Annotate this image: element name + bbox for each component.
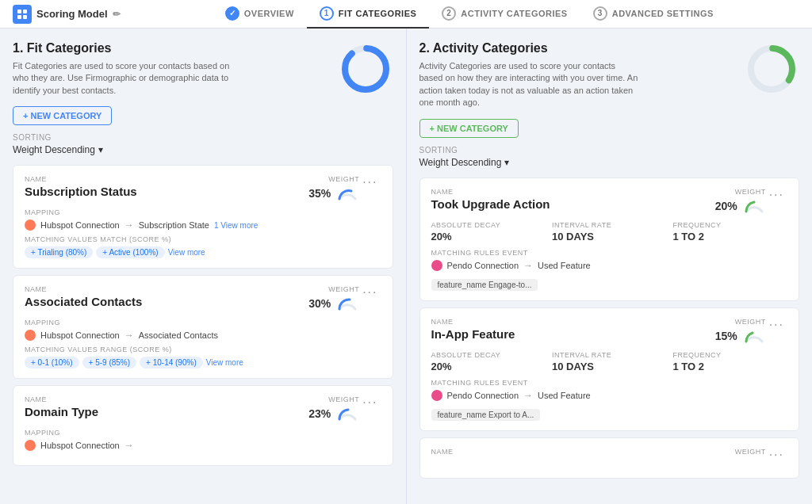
- fit-card-2-more-button[interactable]: ···: [359, 285, 381, 300]
- hubspot-icon: [25, 220, 36, 231]
- tab-fit-label: FIT CATEGORIES: [339, 9, 416, 18]
- activity-card-1-mapping-source: Pendo Connection: [447, 261, 519, 270]
- fit-card-2-view-more[interactable]: View more: [206, 358, 243, 368]
- activity-card-2-feature-tag: feature_name Export to A...: [431, 409, 541, 421]
- activity-card-1-header: NAME Took Upgrade Action WEIGHT 20% ···: [431, 188, 788, 215]
- interval-value-2: 10 DAYS: [552, 361, 667, 372]
- fit-card-2-mapping-dest: Associated Contacts: [139, 330, 218, 340]
- nav-tabs: ✓ OVERVIEW 1 FIT CATEGORIES 2 ACTIVITY C…: [140, 0, 799, 29]
- fit-header-left: 1. Fit Categories Fit Categories are use…: [13, 41, 338, 97]
- chevron-down-icon: ▾: [98, 144, 103, 155]
- logo-text: Scoring Model: [36, 8, 108, 20]
- fit-card-1-view-more[interactable]: View more: [168, 248, 205, 258]
- activity-card-upgrade-action: NAME Took Upgrade Action WEIGHT 20% ···: [419, 178, 800, 301]
- fit-card-1-weight-label: WEIGHT: [328, 175, 359, 183]
- fit-card-1-matching-label: MATCHING VALUES MATCH (SCORE %): [25, 235, 381, 243]
- decay-value-2: 20%: [431, 361, 546, 372]
- fit-card-2-name-label: NAME: [25, 285, 308, 293]
- activity-card-2-matching-label: MATCHING RULES EVENT: [431, 379, 788, 387]
- activity-card-3-weight-area: WEIGHT: [735, 448, 766, 456]
- frequency-value: 1 TO 2: [673, 231, 788, 242]
- pendo-icon-2: [431, 390, 442, 401]
- activity-card-1-arc: [742, 197, 766, 215]
- fit-card-1-title: Subscription Status: [25, 185, 308, 198]
- hubspot-icon-3: [25, 440, 36, 451]
- fit-card-3-mapping-row: Hubspot Connection →: [25, 440, 381, 451]
- activity-card-2-mapping-dest: Used Feature: [538, 391, 591, 400]
- activity-card-2-more-button[interactable]: ···: [766, 318, 787, 332]
- activity-card-2-name-label: NAME: [431, 318, 715, 326]
- activity-panel-desc: Activity Categories are used to score yo…: [419, 60, 642, 109]
- frequency-value-2: 1 TO 2: [673, 361, 788, 372]
- fit-card-1-weight-area: WEIGHT 35%: [308, 175, 359, 202]
- tab-advanced-num: 3: [593, 6, 607, 21]
- edit-icon[interactable]: ✏: [113, 9, 121, 20]
- fit-card-3-weight-label: WEIGHT: [328, 395, 359, 403]
- fit-card-2-matching-label: MATCHING VALUES RANGE (SCORE %): [25, 346, 381, 353]
- tab-advanced-settings[interactable]: 3 ADVANCED SETTINGS: [580, 0, 726, 29]
- activity-donut: [744, 41, 799, 97]
- activity-card-2-weight-area: WEIGHT 15%: [715, 318, 766, 345]
- arrow-icon-act-2: →: [523, 390, 533, 401]
- activity-card-1-weight-area: WEIGHT 20%: [715, 188, 766, 215]
- arrow-icon-3: →: [124, 440, 134, 451]
- fit-donut: [338, 41, 393, 97]
- svg-rect-0: [17, 10, 21, 13]
- fit-card-2-mapping-row: Hubspot Connection → Associated Contacts: [25, 330, 381, 341]
- nav-logo: Scoring Model ✏: [13, 5, 121, 24]
- fit-card-1-tag-1: + Active (100%): [96, 246, 164, 258]
- interval-label: INTERVAL RATE: [552, 221, 667, 229]
- activity-header-left: 2. Activity Categories Activity Categori…: [419, 41, 745, 109]
- activity-card-3-left: NAME: [431, 448, 735, 457]
- activity-card-3-name-label: NAME: [431, 448, 735, 456]
- activity-new-category-button[interactable]: + NEW CATEGORY: [419, 119, 519, 138]
- fit-card-1-weight-value: 35%: [308, 187, 331, 200]
- frequency-label: FREQUENCY: [673, 221, 788, 229]
- fit-card-1-more-button[interactable]: ···: [359, 175, 381, 189]
- decay-value: 20%: [431, 231, 546, 242]
- activity-card-in-app-feature: NAME In-App Feature WEIGHT 15% ···: [419, 307, 800, 431]
- activity-card-1-title: Took Upgrade Action: [431, 197, 715, 211]
- activity-card-2-frequency: FREQUENCY 1 TO 2: [673, 351, 788, 372]
- tab-advanced-label: ADVANCED SETTINGS: [612, 9, 714, 18]
- hubspot-icon-2: [25, 330, 36, 341]
- tab-overview[interactable]: ✓ OVERVIEW: [213, 0, 307, 29]
- activity-panel-header: 2. Activity Categories Activity Categori…: [419, 41, 800, 109]
- activity-card-3-more-button[interactable]: ···: [766, 448, 787, 462]
- fit-card-3-mapping-label: MAPPING: [25, 429, 381, 437]
- pendo-icon-1: [431, 260, 442, 271]
- fit-card-2-tag-1: + 5-9 (85%): [82, 357, 137, 368]
- svg-point-5: [345, 48, 386, 90]
- fit-new-category-button[interactable]: + NEW CATEGORY: [13, 106, 112, 125]
- fit-card-3-title: Domain Type: [25, 405, 308, 418]
- activity-sorting-value[interactable]: Weight Descending ▾: [419, 157, 800, 168]
- fit-card-1-mapping-link[interactable]: 1 View more: [214, 221, 258, 230]
- fit-card-2-tag-2: + 10-14 (90%): [140, 357, 203, 368]
- fit-panel-header: 1. Fit Categories Fit Categories are use…: [13, 41, 393, 97]
- fit-card-1-mapping-source: Hubspot Connection: [40, 220, 120, 230]
- frequency-label-2: FREQUENCY: [673, 351, 788, 359]
- activity-card-1-matching-label: MATCHING RULES EVENT: [431, 249, 788, 257]
- fit-sorting-label: SORTING: [13, 133, 393, 142]
- fit-card-3-more-button[interactable]: ···: [359, 395, 381, 410]
- fit-card-2-weight-area: WEIGHT 30%: [308, 285, 359, 312]
- activity-card-3-weight-label: WEIGHT: [735, 448, 766, 456]
- activity-card-2-mapping-source: Pendo Connection: [447, 391, 519, 400]
- fit-card-1-name-label: NAME: [25, 175, 308, 183]
- fit-card-2-mapping-label: MAPPING: [25, 319, 381, 326]
- activity-card-1-name-label: NAME: [431, 188, 715, 196]
- activity-card-1-more-button[interactable]: ···: [766, 188, 787, 202]
- activity-card-1-decay-row: ABSOLUTE DECAY 20% INTERVAL RATE 10 DAYS…: [431, 221, 788, 242]
- fit-card-2-arc: [335, 295, 359, 312]
- fit-card-1-arc: [335, 185, 359, 202]
- fit-card-domain-type: NAME Domain Type WEIGHT 23% ··· MAPPING: [13, 385, 393, 466]
- tab-fit-categories[interactable]: 1 FIT CATEGORIES: [307, 0, 429, 29]
- activity-card-3: NAME WEIGHT ···: [419, 437, 800, 479]
- fit-card-2-weight-value: 30%: [308, 297, 331, 310]
- fit-card-1-mapping-dest: Subscription State: [139, 220, 209, 230]
- tab-overview-num: ✓: [225, 6, 239, 21]
- tab-activity-categories[interactable]: 2 ACTIVITY CATEGORIES: [429, 0, 580, 29]
- fit-card-1-header: NAME Subscription Status WEIGHT 35% ···: [25, 175, 381, 202]
- fit-card-2-mapping-source: Hubspot Connection: [40, 330, 120, 340]
- fit-sorting-value[interactable]: Weight Descending ▾: [13, 144, 393, 155]
